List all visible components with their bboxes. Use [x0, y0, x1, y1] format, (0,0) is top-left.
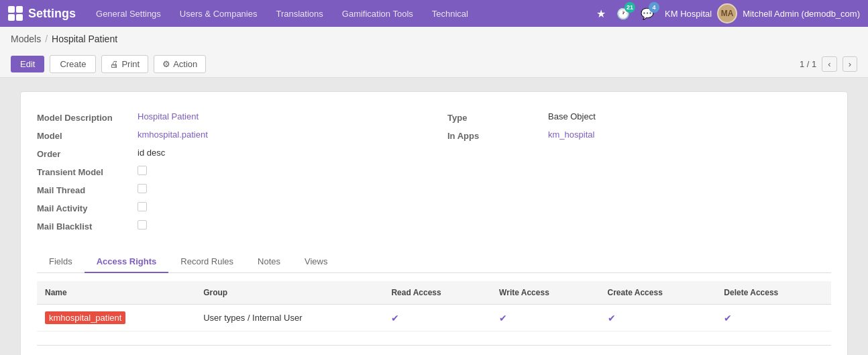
pager-prev[interactable]: ‹ — [822, 56, 836, 72]
model-value: kmhospital.patient — [138, 130, 208, 140]
nav-translations[interactable]: Translations — [266, 0, 332, 27]
col-write-access: Write Access — [491, 281, 599, 305]
mail-activity-checkbox[interactable] — [138, 202, 147, 211]
name-value[interactable]: kmhospital_patient — [45, 311, 125, 324]
create-button[interactable]: Create — [50, 55, 96, 73]
model-label: Model — [37, 130, 138, 141]
order-field: Order id desc — [37, 144, 421, 162]
mail-blacklist-field: Mail Blacklist — [37, 217, 421, 235]
table-header: Name Group Read Access Write Access Crea… — [37, 281, 831, 305]
print-button[interactable]: 🖨 Print — [101, 55, 148, 73]
transient-model-label: Transient Model — [37, 166, 138, 177]
transient-model-checkbox[interactable] — [138, 166, 147, 175]
col-read-access: Read Access — [383, 281, 491, 305]
record-card: Model Description Hospital Patient Model… — [20, 91, 848, 355]
tab-fields[interactable]: Fields — [37, 251, 85, 273]
mail-activity-field: Mail Activity — [37, 199, 421, 217]
cell-delete-access: ✔ — [716, 305, 831, 332]
pager-next[interactable]: › — [843, 56, 857, 72]
in-apps-value: km_hospital — [548, 130, 594, 140]
read-access-check: ✔ — [391, 313, 399, 323]
in-apps-field: In Apps km_hospital — [447, 126, 831, 144]
model-description-field: Model Description Hospital Patient — [37, 108, 421, 126]
notifications-button[interactable]: 🕐 21 — [614, 5, 633, 23]
cell-name: kmhospital_patient — [37, 305, 195, 332]
transient-model-field: Transient Model — [37, 162, 421, 181]
action-label: Action — [173, 59, 197, 69]
breadcrumb-current: Hospital Patient — [52, 34, 117, 44]
cell-group: User types / Internal User — [195, 305, 383, 332]
tabs-bar: Fields Access Rights Record Rules Notes … — [37, 251, 831, 273]
nav-general-settings[interactable]: General Settings — [87, 0, 170, 27]
avatar[interactable]: MA — [717, 3, 737, 23]
breadcrumb-separator: / — [45, 34, 48, 44]
breadcrumb: Models / Hospital Patient — [0, 27, 868, 51]
tab-record-rules[interactable]: Record Rules — [168, 251, 246, 273]
star-icon[interactable]: ★ — [594, 5, 608, 23]
top-navigation: Settings General Settings Users & Compan… — [0, 0, 868, 27]
content-separator — [37, 345, 831, 346]
company-name: KM Hospital — [665, 9, 712, 19]
grid-icon — [8, 6, 23, 21]
mail-thread-label: Mail Thread — [37, 184, 138, 195]
mail-activity-label: Mail Activity — [37, 202, 138, 213]
mail-thread-checkbox[interactable] — [138, 184, 147, 193]
order-label: Order — [37, 148, 138, 159]
nav-technical[interactable]: Technical — [423, 0, 478, 27]
edit-button[interactable]: Edit — [11, 56, 44, 72]
topnav-right: ★ 🕐 21 💬 4 KM Hospital MA Mitchell Admin… — [594, 3, 860, 23]
messages-button[interactable]: 💬 4 — [638, 5, 657, 23]
create-access-check: ✔ — [608, 313, 616, 323]
main-content: Model Description Hospital Patient Model… — [0, 78, 868, 355]
tab-access-rights[interactable]: Access Rights — [85, 251, 169, 273]
group-value: User types / Internal User — [203, 313, 302, 323]
table-row: kmhospital_patient User types / Internal… — [37, 305, 831, 332]
mail-blacklist-label: Mail Blacklist — [37, 220, 138, 232]
delete-access-check: ✔ — [724, 313, 732, 323]
main-menu: General Settings Users & Companies Trans… — [87, 0, 594, 27]
username: Mitchell Admin (demodb_com) — [743, 9, 860, 19]
left-column: Model Description Hospital Patient Model… — [37, 108, 421, 235]
notifications-badge: 21 — [625, 2, 635, 13]
table-body: kmhospital_patient User types / Internal… — [37, 305, 831, 332]
type-value: Base Object — [548, 111, 596, 121]
type-field: Type Base Object — [447, 108, 831, 126]
pager-text: 1 / 1 — [800, 59, 816, 69]
write-access-check: ✔ — [499, 313, 507, 323]
access-rights-table: Name Group Read Access Write Access Crea… — [37, 281, 831, 332]
print-label: Print — [121, 59, 140, 69]
cell-read-access: ✔ — [383, 305, 491, 332]
cell-create-access: ✔ — [600, 305, 716, 332]
messages-badge: 4 — [649, 2, 659, 13]
form-fields: Model Description Hospital Patient Model… — [37, 108, 831, 235]
cell-write-access: ✔ — [491, 305, 599, 332]
action-toolbar: Edit Create 🖨 Print ⚙ Action 1 / 1 ‹ › — [0, 51, 868, 78]
table-header-row: Name Group Read Access Write Access Crea… — [37, 281, 831, 305]
type-label: Type — [447, 111, 548, 123]
mail-thread-field: Mail Thread — [37, 181, 421, 199]
tab-views[interactable]: Views — [292, 251, 339, 273]
gear-icon: ⚙ — [162, 59, 170, 69]
model-field: Model kmhospital.patient — [37, 126, 421, 144]
model-description-label: Model Description — [37, 111, 138, 123]
right-column: Type Base Object In Apps km_hospital — [447, 108, 831, 235]
col-create-access: Create Access — [600, 281, 716, 305]
app-title: Settings — [28, 7, 76, 21]
col-delete-access: Delete Access — [716, 281, 831, 305]
print-icon: 🖨 — [110, 59, 119, 69]
in-apps-label: In Apps — [447, 130, 548, 141]
nav-users-companies[interactable]: Users & Companies — [170, 0, 267, 27]
order-value: id desc — [138, 148, 165, 158]
col-group: Group — [195, 281, 383, 305]
breadcrumb-parent[interactable]: Models — [11, 34, 41, 44]
col-name: Name — [37, 281, 195, 305]
pager-section: 1 / 1 ‹ › — [800, 56, 857, 72]
nav-gamification-tools[interactable]: Gamification Tools — [333, 0, 423, 27]
model-description-value: Hospital Patient — [138, 111, 199, 121]
mail-blacklist-checkbox[interactable] — [138, 220, 147, 230]
app-logo[interactable]: Settings — [8, 6, 76, 21]
tab-notes[interactable]: Notes — [246, 251, 292, 273]
action-button[interactable]: ⚙ Action — [154, 55, 206, 73]
